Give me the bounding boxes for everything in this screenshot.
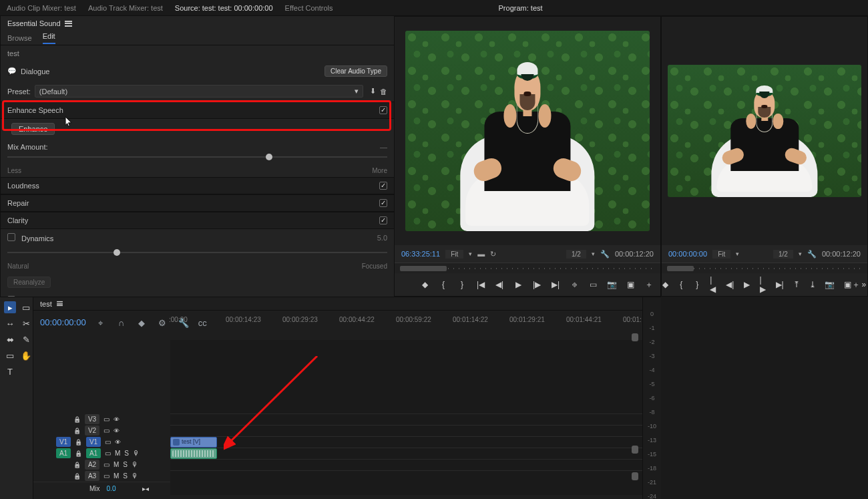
eye-icon[interactable] [115,438,121,446]
reanalyze-button[interactable]: Reanalyze [7,277,51,288]
toggle-icon[interactable]: ▭ [103,415,110,423]
hand-tool[interactable]: ✋ [20,349,32,361]
track-v3[interactable]: V3 ▭ [33,413,170,425]
tab-effect-controls[interactable]: Effect Controls [285,4,333,12]
export-frame-icon[interactable]: 📷 [607,280,616,289]
panel-menu-icon[interactable] [65,21,72,27]
repair-checkbox[interactable] [379,199,387,207]
track-area[interactable]: test [V] [170,340,642,495]
toggle-icon[interactable]: ▭ [103,427,110,434]
section-repair[interactable]: Repair [1,194,394,212]
toggle-icon[interactable]: ▭ [105,438,111,446]
extract-icon[interactable]: ⤓ [809,280,816,289]
expand-icon[interactable]: ▸◂ [142,485,149,492]
mark-in-icon[interactable]: ◆ [420,280,429,289]
section-clarity[interactable]: Clarity [1,212,394,229]
play-icon[interactable]: ▶ [743,280,750,289]
tab-browse[interactable]: Browse [7,34,32,42]
sequence-tab[interactable]: test [40,300,52,308]
program-ratio[interactable]: 1/2 [773,250,793,259]
track-a2[interactable]: A2 ▭ MS 🎙 [33,459,170,470]
overwrite-icon[interactable]: ▭ [588,280,598,289]
step-fwd-icon[interactable]: |▶ [760,280,767,289]
program-fit-select[interactable]: Fit [712,250,730,259]
source-timecode[interactable]: 06:33:25:11 [401,250,440,258]
mic-icon[interactable]: 🎙 [132,461,138,468]
source-fit-select[interactable]: Fit [445,250,463,259]
goto-in-icon[interactable]: |◀ [710,280,716,289]
settings-icon[interactable]: ⚙ [158,318,166,326]
goto-in-icon[interactable]: |◀ [476,280,485,289]
link-icon[interactable]: ∩ [118,318,126,326]
program-ruler[interactable] [662,263,867,273]
program-timecode[interactable]: 00:00:00:00 [668,250,707,258]
lock-icon[interactable] [73,427,81,434]
audio-clip[interactable] [170,448,217,459]
lock-icon[interactable] [73,415,81,423]
eye-icon[interactable] [114,427,120,434]
type-tool[interactable]: T [4,365,16,377]
track-a1[interactable]: A1 A1 ▭ MS 🎙 [33,448,170,459]
section-enhance-speech[interactable]: Enhance Speech [1,102,394,119]
play-icon[interactable]: ▶ [513,280,523,289]
dynamics-slider[interactable] [7,248,387,257]
timeline-vscroll[interactable] [632,328,638,477]
source-ruler[interactable] [395,263,660,273]
mark-out2-icon[interactable]: } [457,280,467,289]
mix-track[interactable]: Mix 0.0 ▸◂ [33,482,170,495]
frame-icon[interactable]: ▣ [626,280,635,289]
timeline-ruler[interactable]: :00:00 00:00:14:23 00:00:29:23 00:00:44:… [170,316,629,328]
clarity-checkbox[interactable] [379,216,387,224]
tab-audio-clip-mixer[interactable]: Audio Clip Mixer: test [7,4,76,12]
trash-icon[interactable]: 🗑 [380,88,387,96]
program-video[interactable] [668,65,861,197]
panel-menu-icon[interactable] [57,301,63,306]
clear-audio-type-button[interactable]: Clear Audio Type [324,65,387,77]
goto-out-icon[interactable]: ▶| [776,280,784,289]
rect-tool[interactable]: ▭ [4,349,16,361]
mark-out-icon[interactable]: { [678,280,684,289]
marker-icon[interactable]: ◆ [138,318,146,326]
mark-out-icon[interactable]: { [439,280,448,289]
tab-audio-track-mixer[interactable]: Audio Track Mixer: test [88,4,163,12]
source-ratio[interactable]: 1/2 [566,250,586,259]
export-frame-icon[interactable]: 📷 [825,280,835,289]
track-a3[interactable]: A3 ▭ MS 🎙 [33,470,170,482]
mix-amount-slider[interactable] [7,152,387,162]
dynamics-checkbox[interactable] [7,233,15,241]
mark-out2-icon[interactable]: } [694,280,700,289]
lock-icon[interactable] [75,450,82,457]
mic-icon[interactable]: 🎙 [132,472,138,480]
step-back-icon[interactable]: ◀| [726,280,734,289]
add-button-icon[interactable]: ＋ [851,280,861,289]
pen-tool[interactable]: ✎ [20,333,32,345]
insert-icon[interactable]: ⎆ [570,280,579,289]
track-v2[interactable]: V2 ▭ [33,425,170,436]
wrench-icon[interactable]: 🔧 [807,250,817,259]
timeline-timecode[interactable]: 00:00:00:00 [40,317,86,327]
preset-select[interactable]: (Default) ▾ [35,85,363,98]
goto-out-icon[interactable]: ▶| [551,280,560,289]
enhance-button[interactable]: Enhance [11,123,55,135]
ripple-tool[interactable]: ↔ [4,317,16,329]
lock-icon[interactable] [73,461,81,468]
marker-icon[interactable]: ▬ [477,250,485,258]
lift-icon[interactable]: ⤒ [793,280,800,289]
eye-icon[interactable] [114,415,120,423]
lock-icon[interactable] [73,472,81,480]
slip-tool[interactable]: ⬌ [4,333,16,345]
razor-tool[interactable]: ✂ [20,317,32,329]
track-select-tool[interactable]: ▭ [20,301,32,313]
tab-source[interactable]: Source: test: test: 00:00:00:00 [175,4,273,12]
wrench-icon[interactable]: 🔧 [600,250,610,259]
step-back-icon[interactable]: ◀| [495,280,504,289]
source-video[interactable] [405,31,650,232]
snap-icon[interactable]: ⌖ [98,318,106,326]
tab-edit[interactable]: Edit [43,32,55,44]
eq-checkbox[interactable] [7,296,15,297]
video-clip[interactable]: test [V] [170,437,217,448]
compare-icon[interactable]: ▣ [844,280,851,289]
section-loudness[interactable]: Loudness [1,177,394,194]
selection-tool[interactable]: ▸ [4,301,16,313]
loudness-checkbox[interactable] [379,182,387,190]
